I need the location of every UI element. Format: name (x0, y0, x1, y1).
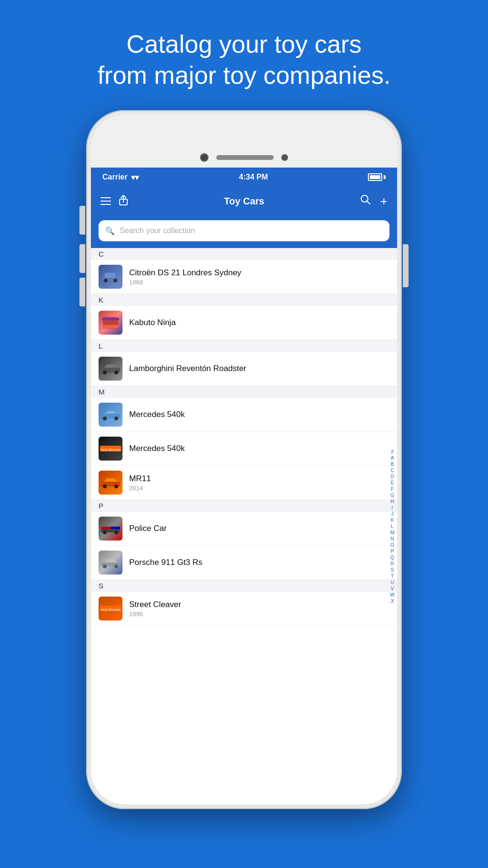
alpha-letter-d[interactable]: D (388, 473, 397, 480)
alpha-letter-l[interactable]: L (388, 523, 397, 530)
svg-rect-8 (102, 318, 119, 320)
battery-indicator (368, 173, 386, 181)
list-item[interactable]: Citroën DS 21 Londres Sydney 1968 (91, 260, 397, 294)
search-container: 🔍 Search your collection (91, 215, 397, 248)
alpha-letter-w[interactable]: W (388, 592, 397, 598)
alpha-letter-q[interactable]: Q (388, 554, 397, 561)
menu-button[interactable] (100, 197, 111, 205)
nav-title: Toy Cars (224, 196, 264, 207)
share-button[interactable] (119, 194, 128, 208)
svg-text:Hot Wheels: Hot Wheels (101, 608, 121, 612)
svg-marker-11 (104, 364, 118, 368)
svg-line-2 (367, 202, 370, 204)
alpha-letter-a[interactable]: A (388, 455, 397, 461)
item-thumbnail: Hot Wheels (99, 437, 122, 461)
item-thumbnail (99, 517, 122, 541)
alpha-letter-f[interactable]: F (388, 486, 397, 492)
svg-marker-30 (105, 559, 117, 563)
list-area: C Citroën DS 21 Londres Sydney 1968 (91, 248, 397, 804)
section-header-m: M (91, 386, 397, 398)
list-item[interactable]: MR11 2014 (91, 466, 397, 500)
item-thumbnail (99, 403, 122, 427)
item-thumbnail (99, 265, 122, 289)
wifi-icon: ▾▾ (131, 173, 139, 182)
item-thumbnail (99, 471, 122, 495)
alpha-letter-k[interactable]: K (388, 517, 397, 523)
section-header-s: S (91, 580, 397, 592)
section-header-c: C (91, 248, 397, 260)
svg-point-22 (103, 485, 107, 488)
svg-point-6 (113, 279, 117, 282)
item-year: 1968 (129, 279, 389, 286)
alpha-letter-#[interactable]: # (388, 449, 397, 455)
alpha-letter-i[interactable]: I (388, 505, 397, 511)
item-thumbnail (99, 357, 122, 381)
list-item[interactable]: Hot Wheels Street Cleaver 1996 (91, 592, 397, 626)
svg-point-27 (103, 530, 107, 534)
svg-point-16 (103, 417, 107, 420)
alpha-letter-n[interactable]: N (388, 536, 397, 542)
alpha-letter-e[interactable]: E (388, 480, 397, 486)
svg-rect-25 (101, 527, 111, 529)
svg-rect-4 (105, 273, 115, 278)
alpha-letter-s[interactable]: S (388, 567, 397, 573)
item-year: 1996 (129, 610, 389, 618)
hero-text: Catalog your toy cars from major toy com… (0, 0, 488, 105)
section-header-k: K (91, 294, 397, 306)
item-name: Citroën DS 21 Londres Sydney (129, 268, 389, 278)
svg-point-31 (103, 564, 107, 568)
alpha-letter-u[interactable]: U (388, 579, 397, 586)
alpha-letter-r[interactable]: R (388, 561, 397, 567)
alpha-letter-j[interactable]: J (388, 511, 397, 517)
svg-point-32 (114, 564, 118, 568)
item-name: Police Car (129, 524, 389, 533)
svg-marker-15 (105, 411, 117, 414)
svg-point-12 (103, 371, 107, 374)
search-button[interactable] (360, 194, 371, 208)
svg-point-23 (114, 485, 118, 488)
list-item[interactable]: Mercedes 540k (91, 398, 397, 432)
speaker (216, 155, 274, 160)
item-name: Porsche 911 Gt3 Rs (129, 558, 389, 567)
item-name: Kabuto Ninja (129, 318, 389, 327)
time-label: 4:34 PM (239, 173, 268, 181)
nav-bar: Toy Cars + (91, 187, 397, 215)
alpha-letter-m[interactable]: M (388, 530, 397, 536)
svg-point-5 (104, 279, 108, 282)
svg-rect-9 (103, 325, 118, 328)
camera-dot (281, 154, 288, 161)
list-item[interactable]: Kabuto Ninja (91, 306, 397, 340)
search-mag-icon: 🔍 (105, 226, 115, 236)
alpha-letter-g[interactable]: G (388, 492, 397, 498)
item-name: Lamborghini Reventón Roadster (129, 364, 389, 373)
item-name: Street Cleaver (129, 600, 389, 609)
item-thumbnail (99, 311, 122, 335)
alpha-letter-o[interactable]: O (388, 542, 397, 548)
alpha-letter-b[interactable]: B (388, 461, 397, 467)
list-item[interactable]: Lamborghini Reventón Roadster (91, 352, 397, 386)
list-content: C Citroën DS 21 Londres Sydney 1968 (91, 248, 397, 804)
alpha-letter-p[interactable]: P (388, 548, 397, 554)
list-item[interactable]: Hot Wheels Mercedes 540k (91, 432, 397, 466)
list-item[interactable]: Police Car (91, 512, 397, 546)
alpha-letter-x[interactable]: X (388, 598, 397, 604)
item-thumbnail (99, 551, 122, 575)
svg-point-13 (114, 371, 118, 374)
item-year: 2014 (129, 485, 389, 492)
item-name: Mercedes 540k (129, 410, 389, 419)
svg-text:Hot Wheels: Hot Wheels (101, 448, 121, 452)
alphabet-index: #ABCDEFGHIJKLMNOPQRSTUVWX (388, 248, 397, 804)
alpha-letter-c[interactable]: C (388, 467, 397, 473)
alpha-letter-h[interactable]: H (388, 498, 397, 505)
alpha-letter-v[interactable]: V (388, 586, 397, 592)
item-name: MR11 (129, 474, 389, 484)
section-header-p: P (91, 500, 397, 512)
alpha-letter-t[interactable]: T (388, 573, 397, 579)
search-input[interactable]: 🔍 Search your collection (99, 220, 389, 241)
section-header-l: L (91, 340, 397, 352)
search-placeholder: Search your collection (120, 226, 195, 235)
list-item[interactable]: Porsche 911 Gt3 Rs (91, 546, 397, 580)
status-bar: Carrier ▾▾ 4:34 PM (91, 168, 397, 187)
front-camera (200, 153, 209, 162)
add-button[interactable]: + (380, 194, 388, 209)
